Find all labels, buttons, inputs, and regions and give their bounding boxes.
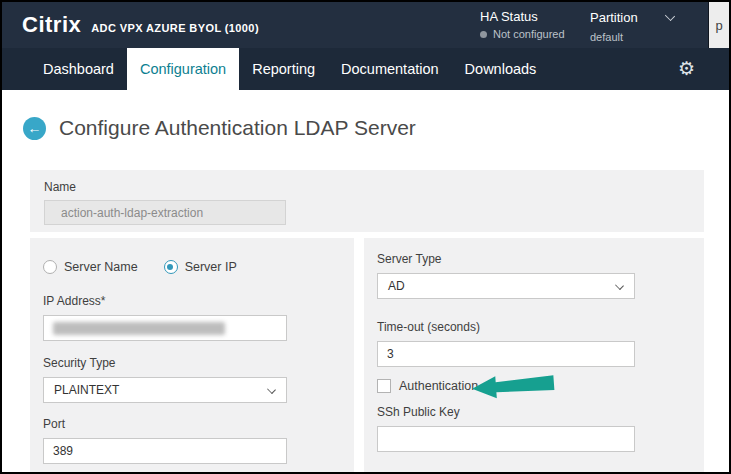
ssh-public-key-input[interactable] bbox=[377, 426, 635, 452]
tab-configuration[interactable]: Configuration bbox=[127, 48, 239, 90]
user-menu[interactable]: p bbox=[708, 2, 729, 48]
security-type-label: Security Type bbox=[43, 356, 341, 370]
chevron-down-icon bbox=[615, 281, 624, 290]
ssh-public-key-label: SSh Public Key bbox=[377, 405, 691, 419]
port-label: Port bbox=[43, 417, 341, 431]
partition-label: Partition bbox=[590, 10, 638, 25]
security-type-value: PLAINTEXT bbox=[54, 383, 119, 397]
server-mode-radio-group: Server Name Server IP bbox=[43, 260, 341, 274]
port-input[interactable] bbox=[43, 438, 287, 464]
page-title: Configure Authentication LDAP Server bbox=[59, 116, 416, 140]
app-window: Citrix ADC VPX AZURE BYOL (1000) HA Stat… bbox=[0, 0, 731, 474]
top-bar: Citrix ADC VPX AZURE BYOL (1000) HA Stat… bbox=[2, 2, 729, 48]
server-type-value: AD bbox=[388, 279, 405, 293]
product-name: ADC VPX AZURE BYOL (1000) bbox=[91, 22, 259, 34]
name-section: Name bbox=[30, 170, 704, 232]
ha-status-block: HA Status Not configured bbox=[480, 9, 565, 40]
server-type-label: Server Type bbox=[377, 252, 691, 266]
server-ip-radio[interactable]: Server IP bbox=[164, 260, 237, 274]
tab-downloads[interactable]: Downloads bbox=[452, 48, 550, 90]
redacted-ip-value bbox=[53, 322, 225, 335]
chevron-down-icon bbox=[665, 10, 675, 20]
authentication-label: Authentication bbox=[399, 379, 478, 393]
name-input[interactable] bbox=[44, 200, 286, 225]
security-type-select[interactable]: PLAINTEXT bbox=[43, 377, 287, 403]
server-ip-radio-label: Server IP bbox=[185, 260, 237, 274]
authentication-row: Authentication bbox=[377, 379, 691, 393]
page-header: ← Configure Authentication LDAP Server bbox=[23, 116, 416, 140]
partition-dropdown[interactable]: Partition default bbox=[590, 10, 674, 43]
partition-value: default bbox=[590, 31, 674, 43]
timeout-input[interactable] bbox=[377, 341, 635, 367]
citrix-logo: Citrix bbox=[22, 12, 81, 38]
back-button[interactable]: ← bbox=[23, 117, 46, 140]
ha-status-dot-icon bbox=[480, 31, 487, 38]
timeout-label: Time-out (seconds) bbox=[377, 320, 691, 334]
gear-icon[interactable]: ⚙ bbox=[678, 48, 695, 90]
ha-status-label: HA Status bbox=[480, 9, 565, 24]
tab-reporting[interactable]: Reporting bbox=[239, 48, 328, 90]
tab-documentation[interactable]: Documentation bbox=[328, 48, 452, 90]
tab-dashboard[interactable]: Dashboard bbox=[30, 48, 127, 90]
ha-status-value: Not configured bbox=[493, 28, 565, 40]
authentication-checkbox[interactable] bbox=[377, 379, 391, 393]
server-name-radio-label: Server Name bbox=[64, 260, 138, 274]
annotation-arrow-icon bbox=[469, 370, 557, 402]
brand-area: Citrix ADC VPX AZURE BYOL (1000) bbox=[22, 12, 259, 38]
radio-checked-icon bbox=[164, 260, 178, 274]
chevron-down-icon bbox=[267, 385, 276, 394]
name-label: Name bbox=[44, 180, 690, 194]
server-address-section: Server Name Server IP IP Address* Securi… bbox=[30, 238, 354, 474]
ip-address-input[interactable] bbox=[43, 315, 287, 341]
server-settings-section: Server Type AD Time-out (seconds) Authen… bbox=[364, 238, 704, 474]
ip-address-label: IP Address* bbox=[43, 294, 341, 308]
server-type-select[interactable]: AD bbox=[377, 273, 635, 299]
main-nav: Dashboard Configuration Reporting Docume… bbox=[2, 48, 729, 90]
radio-unchecked-icon bbox=[43, 260, 57, 274]
server-name-radio[interactable]: Server Name bbox=[43, 260, 138, 274]
